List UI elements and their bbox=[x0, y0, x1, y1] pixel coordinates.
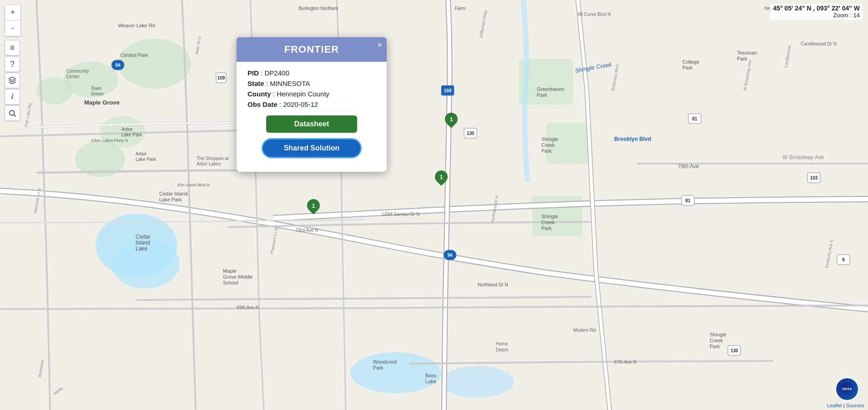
svg-text:Brooklyn Blvd: Brooklyn Blvd bbox=[614, 136, 651, 142]
svg-rect-9 bbox=[546, 123, 591, 164]
zoom-in-button[interactable]: + bbox=[5, 5, 20, 20]
zoom-level: Zoom : 14 bbox=[773, 12, 860, 19]
help-button[interactable]: ? bbox=[5, 56, 20, 72]
svg-point-3 bbox=[36, 77, 73, 105]
svg-text:Candlewood...: Candlewood... bbox=[783, 42, 792, 68]
svg-text:Home: Home bbox=[496, 341, 508, 346]
svg-text:67th Ave N: 67th Ave N bbox=[614, 360, 636, 365]
svg-text:School: School bbox=[223, 280, 238, 285]
svg-text:Creek: Creek bbox=[541, 142, 555, 148]
svg-text:Park: Park bbox=[682, 65, 693, 70]
svg-point-1 bbox=[118, 39, 191, 89]
svg-text:Arbor: Arbor bbox=[136, 151, 147, 156]
svg-text:81: 81 bbox=[685, 198, 691, 203]
datasheet-button[interactable]: Datasheet bbox=[266, 115, 357, 133]
svg-text:Bass: Bass bbox=[425, 373, 437, 378]
svg-text:Park: Park bbox=[541, 148, 552, 154]
svg-rect-0 bbox=[0, 0, 868, 410]
svg-text:Greenhaven: Greenhaven bbox=[537, 86, 565, 92]
map-controls: + - ≡ ? i bbox=[5, 5, 21, 121]
svg-point-4 bbox=[100, 116, 146, 148]
svg-text:Arbor Lakes: Arbor Lakes bbox=[197, 161, 221, 166]
leaflet-link[interactable]: Leaflet bbox=[827, 403, 842, 408]
svg-rect-15 bbox=[441, 85, 454, 95]
svg-point-7 bbox=[111, 239, 180, 289]
svg-text:Farm: Farm bbox=[455, 6, 465, 11]
popup-close-button[interactable]: × bbox=[377, 41, 382, 49]
svg-text:Jefferson Hwy: Jefferson Hwy bbox=[478, 10, 488, 39]
svg-rect-23 bbox=[681, 195, 694, 205]
info-button[interactable]: i bbox=[5, 89, 20, 105]
search-button[interactable] bbox=[5, 105, 20, 121]
svg-text:Bottineau Blvd: Bottineau Blvd bbox=[611, 64, 620, 91]
svg-text:73rd Ave N: 73rd Ave N bbox=[296, 228, 318, 233]
layers-button[interactable] bbox=[5, 73, 20, 88]
svg-text:Northland Dr N: Northland Dr N bbox=[478, 282, 508, 287]
noaa-emblem: NOAA bbox=[835, 377, 859, 401]
svg-text:Grove Middle: Grove Middle bbox=[223, 274, 252, 280]
svg-text:Arbor Lakes Pkwy N: Arbor Lakes Pkwy N bbox=[91, 138, 128, 143]
svg-text:Park: Park bbox=[737, 56, 747, 61]
shared-solution-button[interactable]: Shared Solution bbox=[262, 138, 362, 158]
svg-text:Park: Park bbox=[537, 92, 547, 98]
popup-title: FRONTIER bbox=[246, 44, 378, 55]
svg-text:169: 169 bbox=[444, 88, 452, 93]
svg-text:Lake Park: Lake Park bbox=[136, 157, 156, 162]
svg-text:Shingle: Shingle bbox=[710, 332, 727, 337]
svg-text:Northland Dr N: Northland Dr N bbox=[490, 195, 499, 223]
svg-point-105 bbox=[10, 110, 15, 115]
svg-text:College: College bbox=[682, 59, 699, 65]
popup-county-value: Hennepin County bbox=[277, 90, 329, 98]
svg-text:81: 81 bbox=[692, 116, 697, 121]
popup-obsdate-row: Obs Date : 2020-05-12 bbox=[247, 100, 376, 108]
svg-line-106 bbox=[14, 115, 15, 116]
svg-text:Woodcrest: Woodcrest bbox=[373, 359, 397, 365]
popup-state-separator: : bbox=[266, 80, 270, 87]
svg-point-2 bbox=[64, 61, 118, 98]
svg-text:76th Ave: 76th Ave bbox=[678, 163, 699, 170]
popup-pid-separator: : bbox=[261, 69, 264, 77]
svg-rect-25 bbox=[807, 173, 820, 183]
svg-text:Shingle: Shingle bbox=[541, 136, 558, 142]
map-marker-1[interactable]: 1 bbox=[445, 113, 458, 128]
svg-text:Kentucky Ave N: Kentucky Ave N bbox=[824, 239, 834, 268]
svg-text:Berkshire: Berkshire bbox=[37, 360, 45, 377]
map-marker-3[interactable]: 1 bbox=[307, 199, 320, 215]
zoom-out-button[interactable]: - bbox=[5, 20, 20, 36]
svg-text:Depot: Depot bbox=[496, 347, 508, 352]
svg-text:Mt Curve Blvd N: Mt Curve Blvd N bbox=[578, 12, 611, 17]
svg-rect-8 bbox=[519, 59, 573, 105]
sources-link[interactable]: Sources bbox=[846, 403, 864, 408]
svg-text:Center: Center bbox=[66, 74, 80, 79]
svg-text:Lake Park: Lake Park bbox=[159, 197, 182, 202]
svg-point-12 bbox=[441, 366, 514, 398]
svg-rect-21 bbox=[688, 114, 701, 124]
svg-rect-10 bbox=[532, 195, 582, 236]
coordinates-display: 45° 05' 24" N , 093° 22' 04" W Zoom : 14 bbox=[770, 4, 863, 20]
svg-rect-17 bbox=[464, 128, 477, 138]
svg-text:Lake Park: Lake Park bbox=[121, 132, 142, 137]
coordinates-text: 45° 05' 24" N , 093° 22' 04" W bbox=[773, 5, 860, 12]
svg-text:Main St N: Main St N bbox=[194, 36, 202, 55]
svg-point-5 bbox=[75, 141, 125, 177]
svg-text:W Broadway Ave: W Broadway Ave bbox=[742, 60, 752, 91]
popup-state-label: State bbox=[247, 80, 264, 87]
svg-text:Green: Green bbox=[91, 91, 104, 96]
svg-text:Burlington Northern: Burlington Northern bbox=[299, 6, 338, 11]
svg-text:Lake: Lake bbox=[425, 379, 436, 384]
svg-text:Maple: Maple bbox=[223, 268, 237, 274]
map-marker-2[interactable]: 1 bbox=[435, 170, 448, 186]
svg-text:103: 103 bbox=[810, 175, 818, 180]
svg-text:Hemlock Ln N: Hemlock Ln N bbox=[33, 188, 42, 214]
map-container[interactable]: 109 169 130 94 81 81 103 8 130 94 Weaver… bbox=[0, 0, 868, 410]
svg-text:Maple Grove: Maple Grove bbox=[84, 99, 120, 106]
menu-button[interactable]: ≡ bbox=[5, 40, 20, 55]
location-popup: FRONTIER × PID : DP2400 State : MINNESOT… bbox=[237, 37, 387, 172]
popup-county-separator: : bbox=[273, 90, 277, 98]
svg-text:Modern Rd: Modern Rd bbox=[573, 328, 595, 333]
svg-point-6 bbox=[96, 214, 177, 277]
svg-text:Lake: Lake bbox=[136, 245, 147, 252]
popup-county-row: County : Hennepin County bbox=[247, 90, 376, 98]
popup-actions: Datasheet Shared Solution bbox=[247, 115, 376, 158]
svg-rect-31 bbox=[111, 60, 124, 70]
